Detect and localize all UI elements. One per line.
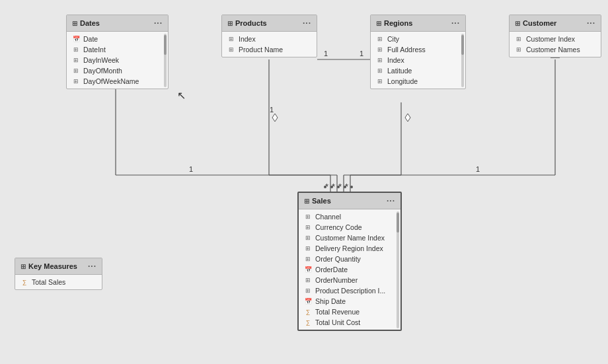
list-item: ⊞ Latitude — [371, 65, 465, 76]
table-field-icon: ⊞ — [227, 36, 235, 42]
list-item: ⊞ Delivery Region Index — [299, 243, 400, 254]
sales-table-icon: ⊞ — [304, 198, 309, 205]
dates-title: Dates — [80, 19, 100, 27]
list-item: ⊞ DayOfMonth — [67, 65, 168, 76]
products-table-icon: ⊞ — [227, 20, 233, 27]
dates-body: 📅 Date ⊞ DateInt ⊞ DayInWeek ⊞ DayOfMont… — [67, 32, 168, 89]
sales-table[interactable]: ⊞ Sales ··· ⊞ Channel ⊞ Currency Code ⊞ … — [297, 192, 402, 331]
scroll-track[interactable] — [461, 34, 464, 87]
customer-header: ⊞ Customer ··· — [510, 15, 601, 32]
svg-text:*: * — [345, 182, 348, 192]
table-field-icon: ⊞ — [376, 36, 384, 42]
list-item: ⊞ Customer Index — [510, 34, 601, 44]
list-item: ∑ Total Revenue — [299, 307, 400, 317]
sales-body: ⊞ Channel ⊞ Currency Code ⊞ Customer Nam… — [299, 209, 400, 330]
svg-point-27 — [337, 186, 340, 188]
table-field-icon: ⊞ — [304, 245, 312, 252]
regions-title: Regions — [384, 19, 412, 27]
svg-point-28 — [344, 186, 346, 188]
key-measures-table-icon: ⊞ — [20, 263, 26, 270]
svg-marker-23 — [405, 114, 410, 122]
measure-icon: ∑ — [304, 309, 312, 315]
calendar-icon: 📅 — [304, 266, 312, 273]
dates-table[interactable]: ⊞ Dates ··· 📅 Date ⊞ DateInt ⊞ DayInWeek… — [66, 15, 169, 89]
scroll-track[interactable] — [164, 34, 167, 87]
list-item: ⊞ Customer Name Index — [299, 233, 400, 243]
svg-point-26 — [330, 186, 333, 188]
scroll-thumb — [461, 35, 464, 55]
list-item: ⊞ DayInWeek — [67, 55, 168, 65]
measure-icon: ∑ — [20, 279, 28, 285]
products-title: Products — [235, 19, 267, 27]
dates-table-icon: ⊞ — [72, 20, 77, 27]
customer-title: Customer — [523, 19, 556, 27]
table-field-icon: ⊞ — [227, 46, 235, 53]
svg-text:1: 1 — [324, 50, 328, 57]
products-ellipsis[interactable]: ··· — [303, 18, 311, 28]
regions-body: ⊞ City ⊞ Full Address ⊞ Index ⊞ Latitude… — [371, 32, 465, 89]
table-field-icon: ⊞ — [304, 287, 312, 294]
list-item: ⊞ DateInt — [67, 44, 168, 55]
list-item: ∑ Total Sales — [15, 277, 102, 287]
list-item: ⊞ Currency Code — [299, 222, 400, 233]
table-field-icon: ⊞ — [304, 213, 312, 220]
dates-ellipsis[interactable]: ··· — [154, 18, 163, 28]
dates-header: ⊞ Dates ··· — [67, 15, 168, 32]
key-measures-header: ⊞ Key Measures ··· — [15, 258, 102, 275]
list-item: ⊞ DayOfWeekName — [67, 76, 168, 87]
table-field-icon: ⊞ — [376, 67, 384, 74]
table-field-icon: ⊞ — [304, 277, 312, 283]
cursor-icon: ↖ — [177, 89, 186, 102]
key-measures-body: ∑ Total Sales — [15, 275, 102, 289]
table-field-icon: ⊞ — [376, 57, 384, 63]
scroll-thumb — [164, 35, 167, 55]
list-item: ⊞ Order Quantity — [299, 254, 400, 264]
calendar-icon: 📅 — [304, 298, 312, 305]
table-field-icon: ⊞ — [376, 78, 384, 85]
svg-text:*: * — [338, 182, 342, 192]
table-field-icon: ⊞ — [304, 235, 312, 241]
key-measures-table[interactable]: ⊞ Key Measures ··· ∑ Total Sales — [15, 258, 102, 290]
regions-ellipsis[interactable]: ··· — [451, 18, 460, 28]
svg-point-29 — [350, 186, 353, 188]
scroll-thumb — [397, 213, 399, 233]
sales-header: ⊞ Sales ··· — [299, 193, 400, 209]
list-item: ⊞ Product Description I... — [299, 285, 400, 296]
table-field-icon: ⊞ — [72, 46, 80, 53]
list-item: ⊞ Customer Names — [510, 44, 601, 55]
diagram-canvas: 1 * 1 * 1 1 * 1 * — [0, 0, 608, 364]
svg-text:*: * — [325, 182, 328, 192]
list-item: ⊞ Channel — [299, 211, 400, 222]
list-item: ⊞ City — [371, 34, 465, 44]
scroll-track[interactable] — [397, 211, 399, 328]
customer-table-icon: ⊞ — [515, 20, 520, 27]
products-header: ⊞ Products ··· — [222, 15, 317, 32]
table-field-icon: ⊞ — [72, 57, 80, 63]
customer-body: ⊞ Customer Index ⊞ Customer Names — [510, 32, 601, 57]
customer-ellipsis[interactable]: ··· — [587, 18, 595, 28]
table-field-icon: ⊞ — [515, 36, 523, 42]
products-body: ⊞ Index ⊞ Product Name — [222, 32, 317, 57]
regions-table[interactable]: ⊞ Regions ··· ⊞ City ⊞ Full Address ⊞ In… — [370, 15, 466, 89]
calendar-icon: 📅 — [72, 36, 80, 42]
list-item: 📅 OrderDate — [299, 264, 400, 275]
key-measures-ellipsis[interactable]: ··· — [88, 262, 96, 271]
table-field-icon: ⊞ — [304, 224, 312, 231]
svg-text:1: 1 — [189, 165, 193, 173]
list-item: ⊞ Full Address — [371, 44, 465, 55]
regions-header: ⊞ Regions ··· — [371, 15, 465, 32]
table-field-icon: ⊞ — [376, 46, 384, 53]
list-item: ⊞ Longitude — [371, 76, 465, 87]
svg-marker-22 — [272, 114, 278, 122]
list-item: 📅 Ship Date — [299, 296, 400, 307]
svg-text:1: 1 — [360, 50, 363, 57]
products-table[interactable]: ⊞ Products ··· ⊞ Index ⊞ Product Name — [221, 15, 317, 57]
table-field-icon: ⊞ — [515, 46, 523, 53]
list-item: ⊞ Index — [371, 55, 465, 65]
list-item: 📅 Date — [67, 34, 168, 44]
key-measures-title: Key Measures — [28, 262, 77, 270]
customer-table[interactable]: ⊞ Customer ··· ⊞ Customer Index ⊞ Custom… — [509, 15, 601, 57]
table-field-icon: ⊞ — [72, 78, 80, 85]
sales-ellipsis[interactable]: ··· — [387, 196, 395, 205]
table-field-icon: ⊞ — [304, 256, 312, 262]
